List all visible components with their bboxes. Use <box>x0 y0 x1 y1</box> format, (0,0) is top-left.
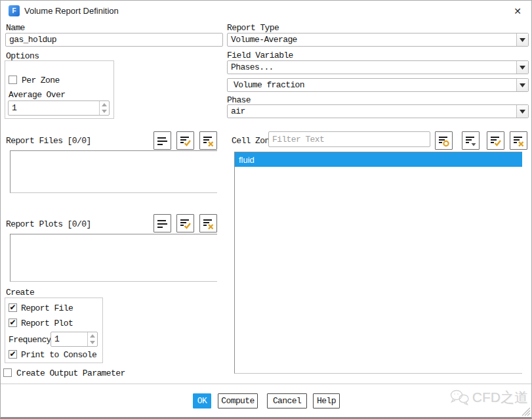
select-all-icon <box>179 217 192 230</box>
field-variable-value: Phases... <box>228 61 274 74</box>
chevron-down-icon[interactable] <box>516 79 528 91</box>
chevron-down-icon[interactable] <box>516 61 528 74</box>
volume-report-definition-dialog: F Volume Report Definition ✕ Name Report… <box>0 0 532 419</box>
report-type-label: Report Type <box>227 23 279 33</box>
field-variable-sub-value: Volume fraction <box>228 79 304 91</box>
checkmark-icon: ✔ <box>9 350 16 358</box>
name-label: Name <box>6 23 25 33</box>
report-type-value: Volume-Average <box>228 33 297 46</box>
report-plots-list-button[interactable] <box>153 214 171 232</box>
per-zone-checkbox[interactable] <box>9 76 17 84</box>
cell-zones-list[interactable]: fluid <box>234 152 522 374</box>
phase-dropdown[interactable]: air <box>227 104 529 118</box>
report-plots-select-all-button[interactable] <box>176 214 194 232</box>
spin-down-icon[interactable] <box>100 108 109 116</box>
select-all-icon <box>489 135 502 147</box>
report-plots-label: Report Plots [0/0] <box>6 219 91 229</box>
select-all-icon <box>179 135 192 147</box>
spin-up-icon[interactable] <box>88 332 97 340</box>
field-variable-dropdown[interactable]: Phases... <box>227 60 529 74</box>
name-input[interactable] <box>5 33 223 47</box>
frequency-value: 1 <box>51 332 59 346</box>
report-plots-list[interactable] <box>10 234 217 282</box>
footer-separator <box>1 384 532 384</box>
deselect-all-icon <box>202 217 215 230</box>
report-plots-deselect-all-button[interactable] <box>199 214 217 232</box>
per-zone-label[interactable]: Per Zone <box>22 76 60 85</box>
fluent-app-icon: F <box>9 5 20 16</box>
average-over-label: Average Over <box>9 90 65 100</box>
filter-matching-icon <box>438 135 450 147</box>
create-output-parameter-checkbox[interactable] <box>3 368 12 377</box>
report-file-label[interactable]: Report File <box>21 303 73 313</box>
list-item-fluid[interactable]: fluid <box>235 152 522 167</box>
list-icon <box>156 217 169 230</box>
create-output-parameter-label[interactable]: Create Output Parameter <box>16 368 125 378</box>
options-label: Options <box>6 51 39 61</box>
report-file-checkbox[interactable]: ✔ <box>9 303 17 312</box>
chevron-down-icon[interactable] <box>516 33 528 46</box>
report-files-list-button[interactable] <box>153 131 171 150</box>
phase-value: air <box>228 105 245 118</box>
spin-up-icon[interactable] <box>100 101 109 108</box>
field-variable-sub-dropdown[interactable]: Volume fraction <box>227 78 529 92</box>
report-files-label: Report Files [0/0] <box>6 136 91 146</box>
resize-grip[interactable] <box>522 407 531 416</box>
watermark-text: CFD之道 <box>472 388 528 407</box>
print-to-console-checkbox[interactable]: ✔ <box>9 350 17 359</box>
checkmark-icon: ✔ <box>9 319 16 326</box>
sort-menu-icon <box>464 135 477 147</box>
compute-button[interactable]: Compute <box>218 393 258 408</box>
cfd-watermark: CFD之道 <box>426 387 528 408</box>
cell-zones-select-all-button[interactable] <box>487 131 504 150</box>
help-button[interactable]: Help <box>313 393 340 408</box>
dialog-title: Volume Report Definition <box>24 6 119 16</box>
average-over-value: 1 <box>9 101 16 115</box>
list-icon <box>156 135 169 147</box>
print-to-console-label[interactable]: Print to Console <box>21 350 96 360</box>
cell-zones-deselect-all-button[interactable] <box>510 131 527 150</box>
chat-bubbles-icon <box>449 389 470 406</box>
chevron-down-icon[interactable] <box>516 105 528 118</box>
deselect-all-icon <box>512 135 525 147</box>
report-type-dropdown[interactable]: Volume-Average <box>227 33 529 47</box>
close-icon: ✕ <box>514 6 522 16</box>
report-plot-label[interactable]: Report Plot <box>21 319 73 328</box>
checkmark-icon: ✔ <box>9 303 16 311</box>
cell-zones-filter-matching-button[interactable] <box>435 131 453 150</box>
frequency-label: Frequency <box>9 335 51 345</box>
frequency-spinner[interactable]: 1 <box>51 332 98 347</box>
cell-zones-filter-input[interactable] <box>268 131 430 147</box>
spin-down-icon[interactable] <box>88 340 97 347</box>
phase-label: Phase <box>227 95 251 105</box>
report-plot-checkbox[interactable]: ✔ <box>9 319 17 327</box>
cancel-button[interactable]: Cancel <box>267 393 307 408</box>
deselect-all-icon <box>202 135 215 147</box>
report-files-select-all-button[interactable] <box>176 131 194 150</box>
report-files-list[interactable] <box>10 150 217 193</box>
report-files-deselect-all-button[interactable] <box>199 131 217 150</box>
create-label: Create <box>6 288 34 298</box>
average-over-spinner[interactable]: 1 <box>8 100 110 116</box>
close-button[interactable]: ✕ <box>506 1 529 20</box>
ok-button[interactable]: OK <box>193 393 211 408</box>
field-variable-label: Field Variable <box>227 51 293 60</box>
cell-zones-sort-menu-button[interactable] <box>462 131 480 150</box>
